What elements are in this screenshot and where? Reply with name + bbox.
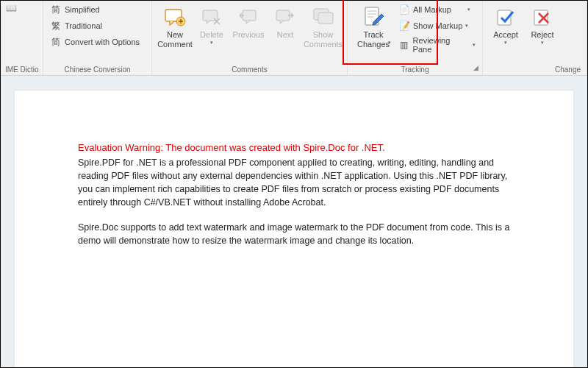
markup-icon: 📄 bbox=[398, 4, 410, 15]
simplified-button[interactable]: 简 Simplified bbox=[48, 2, 102, 17]
tracking-group-label: Tracking bbox=[352, 64, 478, 74]
traditional-button[interactable]: 繁 Traditional bbox=[48, 18, 104, 33]
show-comments-icon bbox=[312, 5, 335, 29]
previous-label: Previous bbox=[233, 30, 265, 40]
simplified-icon: 简 bbox=[50, 4, 62, 15]
ime-icon: 📖 bbox=[5, 2, 17, 14]
traditional-icon: 繁 bbox=[50, 20, 62, 32]
next-icon bbox=[273, 5, 297, 29]
reviewing-pane-label: Reviewing Pane bbox=[413, 36, 470, 54]
convert-options-label: Convert with Options bbox=[65, 38, 140, 46]
show-comments-button[interactable]: Show Comments bbox=[304, 2, 343, 52]
track-dropdown-icon: ▾ bbox=[388, 40, 391, 46]
reviewing-arrow-icon: ▾ bbox=[473, 42, 476, 48]
tracking-launcher[interactable]: ◢ bbox=[471, 64, 480, 73]
changes-group-label: Change bbox=[487, 64, 582, 74]
ime-group: 📖 IME Dictionary bbox=[1, 1, 43, 75]
svg-rect-3 bbox=[243, 10, 256, 21]
delete-comment-button[interactable]: Delete ▾ bbox=[193, 2, 230, 49]
paragraph-1: Spire.PDF for .NET is a professional PDF… bbox=[78, 156, 510, 209]
all-markup-arrow-icon: ▾ bbox=[467, 7, 470, 13]
svg-rect-4 bbox=[276, 10, 290, 21]
show-markup-dropdown[interactable]: 📝 Show Markup ▾ bbox=[396, 18, 478, 33]
svg-rect-9 bbox=[534, 10, 548, 25]
svg-rect-6 bbox=[318, 13, 333, 24]
reviewing-pane-dropdown[interactable]: ▥ Reviewing Pane ▾ bbox=[396, 35, 478, 55]
new-comment-label: New Comment bbox=[157, 30, 193, 49]
reject-dropdown-icon: ▾ bbox=[541, 40, 544, 46]
next-comment-button[interactable]: Next bbox=[267, 2, 304, 43]
new-comment-button[interactable]: New Comment bbox=[157, 2, 193, 52]
convert-options-button[interactable]: 简 Convert with Options bbox=[48, 35, 142, 49]
tracking-options: 📄 All Markup ▾ 📝 Show Markup ▾ ▥ Reviewi… bbox=[396, 2, 478, 55]
evaluation-warning: Evaluation Warning: The document was cre… bbox=[78, 142, 510, 153]
paragraph-2: Spire.Doc supports to add text watermark… bbox=[78, 221, 510, 247]
document-page: Evaluation Warning: The document was cre… bbox=[15, 91, 573, 368]
ribbon: 📖 IME Dictionary 简 Simplified 繁 Traditio… bbox=[1, 1, 587, 76]
show-markup-label: Show Markup bbox=[413, 21, 462, 30]
previous-comment-button[interactable]: Previous bbox=[230, 2, 267, 43]
show-markup-icon: 📝 bbox=[398, 20, 410, 32]
convert-icon: 简 bbox=[50, 36, 62, 48]
comments-group-label: Comments bbox=[157, 64, 343, 74]
new-comment-icon bbox=[163, 5, 187, 29]
reviewing-pane-icon: ▥ bbox=[398, 39, 410, 51]
delete-dropdown-icon: ▾ bbox=[210, 40, 213, 46]
track-changes-icon bbox=[362, 5, 385, 29]
track-changes-button[interactable]: Track Changes ▾ bbox=[352, 2, 395, 58]
all-markup-dropdown[interactable]: 📄 All Markup ▾ bbox=[396, 2, 478, 17]
accept-dropdown-icon: ▾ bbox=[504, 40, 507, 46]
delete-label: Delete bbox=[200, 30, 223, 40]
all-markup-label: All Markup bbox=[413, 5, 451, 14]
accept-label: Accept bbox=[493, 30, 518, 40]
next-label: Next bbox=[277, 30, 294, 40]
document-area: Evaluation Warning: The document was cre… bbox=[1, 76, 587, 368]
show-comments-label: Show Comments bbox=[304, 30, 343, 49]
track-changes-label: Track Changes bbox=[357, 30, 390, 49]
accept-icon bbox=[494, 5, 517, 29]
ime-label: IME Dictionary bbox=[5, 64, 38, 74]
delete-comment-icon bbox=[200, 5, 223, 29]
reject-button[interactable]: Reject ▾ bbox=[524, 2, 561, 49]
changes-group: Accept ▾ Reject ▾ Change bbox=[483, 1, 587, 75]
traditional-label: Traditional bbox=[65, 21, 102, 30]
tracking-group: Track Changes ▾ 📄 All Markup ▾ 📝 Show Ma… bbox=[348, 1, 483, 75]
reject-icon bbox=[531, 5, 554, 29]
comments-group: New Comment Delete ▾ Previous Next bbox=[152, 1, 348, 75]
show-markup-arrow-icon: ▾ bbox=[465, 23, 468, 29]
reject-label: Reject bbox=[531, 30, 553, 40]
accept-button[interactable]: Accept ▾ bbox=[487, 2, 524, 49]
chinese-group-label: Chinese Conversion bbox=[48, 64, 147, 74]
simplified-label: Simplified bbox=[65, 5, 100, 14]
chinese-conversion-group: 简 Simplified 繁 Traditional 简 Convert wit… bbox=[43, 1, 152, 75]
previous-icon bbox=[237, 5, 260, 29]
